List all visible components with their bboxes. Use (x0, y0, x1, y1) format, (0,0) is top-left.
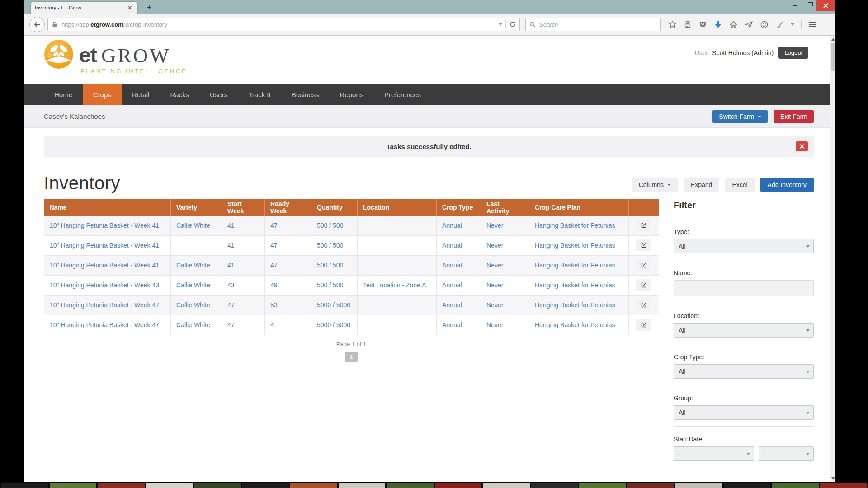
cell-link-variety[interactable]: Callie White (176, 321, 216, 328)
cell-link-crop-type[interactable]: Annual (442, 301, 475, 309)
toolbar-caret-icon[interactable] (791, 23, 794, 26)
search-box[interactable]: Search (525, 18, 661, 31)
start-date-filter-select-1[interactable]: - (674, 446, 754, 461)
scrollbar-thumb[interactable] (831, 43, 835, 71)
close-button[interactable] (816, 0, 835, 11)
alert-close-button[interactable] (796, 141, 808, 151)
new-tab-button[interactable] (142, 2, 156, 13)
cell-link-start-week[interactable]: 41 (227, 222, 259, 229)
scroll-up-icon[interactable] (831, 38, 835, 41)
chat-smiley-icon[interactable] (760, 20, 769, 29)
url-bar[interactable]: https://app.etgrow.com/3/crop-inventory (47, 18, 520, 31)
expand-button[interactable]: Expand (684, 178, 719, 192)
restore-button[interactable] (802, 0, 816, 11)
cell-link-name[interactable]: 10" Hanging Petunia Basket - Week 41 (50, 242, 165, 249)
bookmark-star-icon[interactable] (668, 20, 677, 29)
edit-row-button[interactable] (636, 239, 651, 251)
brush-icon[interactable] (775, 20, 784, 29)
cell-link-start-week[interactable]: 41 (227, 262, 259, 269)
columns-button[interactable]: Columns (632, 178, 678, 192)
cell-link-start-week[interactable]: 43 (227, 282, 259, 289)
video-timeline[interactable] (0, 482, 868, 488)
cell-link-quantity[interactable]: 500 / 500 (317, 222, 352, 229)
name-filter-input[interactable] (674, 280, 814, 296)
cell-link-quantity[interactable]: 5000 / 5000 (317, 321, 352, 328)
cell-link-name[interactable]: 10" Hanging Petunia Basket - Week 41 (50, 222, 165, 229)
column-header-start-week[interactable]: Start Week (222, 199, 265, 216)
group-filter-select[interactable]: All (674, 405, 814, 420)
minimize-button[interactable] (788, 0, 802, 11)
nav-item-racks[interactable]: Racks (160, 84, 199, 105)
nav-item-home[interactable]: Home (44, 84, 83, 105)
cell-link-variety[interactable]: Callie White (176, 282, 216, 289)
cell-link-ready-week[interactable]: 47 (270, 262, 306, 269)
edit-row-button[interactable] (636, 319, 651, 331)
nav-item-preferences[interactable]: Preferences (374, 84, 431, 105)
cell-link-start-week[interactable]: 47 (227, 301, 259, 309)
cell-link-crop-type[interactable]: Annual (442, 242, 475, 249)
logout-button[interactable]: Logout (778, 47, 808, 59)
home-icon[interactable] (729, 20, 738, 29)
send-plane-icon[interactable] (745, 20, 753, 29)
scroll-down-icon[interactable] (831, 477, 835, 480)
cell-link-name[interactable]: 10" Hanging Petunia Basket - Week 47 (50, 321, 165, 328)
column-header-ready-week[interactable]: Ready Week (265, 199, 311, 216)
nav-item-track-it[interactable]: Track It (238, 84, 281, 105)
excel-button[interactable]: Excel (725, 178, 755, 192)
cell-link-crop-care-plan[interactable]: Hanging Basket for Petunias (535, 242, 623, 249)
cell-link-crop-type[interactable]: Annual (442, 222, 475, 229)
edit-row-button[interactable] (636, 299, 651, 311)
browser-tab[interactable]: Inventory - ET Grow (30, 1, 138, 14)
cell-link-ready-week[interactable]: 49 (270, 282, 306, 289)
exit-farm-button[interactable]: Exit Farm (774, 110, 814, 123)
clipboard-icon[interactable] (684, 20, 692, 28)
edit-row-button[interactable] (636, 259, 651, 271)
cell-link-crop-care-plan[interactable]: Hanging Basket for Petunias (535, 222, 623, 229)
tab-close-icon[interactable] (126, 4, 133, 11)
nav-item-retail[interactable]: Retail (122, 84, 160, 105)
cell-link-crop-type[interactable]: Annual (442, 262, 475, 269)
edit-row-button[interactable] (636, 220, 651, 231)
column-header-variety[interactable]: Variety (171, 199, 222, 216)
vertical-scrollbar[interactable] (830, 36, 835, 482)
column-header-quantity[interactable]: Quantity (311, 199, 358, 216)
location-filter-select[interactable]: All (674, 323, 814, 338)
cell-link-start-week[interactable]: 41 (227, 242, 259, 249)
cell-link-start-week[interactable]: 47 (227, 321, 259, 328)
menu-hamburger-icon[interactable] (808, 20, 817, 28)
cell-link-ready-week[interactable]: 4 (270, 321, 306, 328)
lock-icon[interactable] (51, 21, 58, 28)
cell-link-location[interactable]: Test Location - Zone A (363, 282, 431, 289)
cell-link-ready-week[interactable]: 53 (270, 301, 306, 309)
nav-item-business[interactable]: Business (281, 84, 330, 105)
nav-item-reports[interactable]: Reports (330, 84, 374, 105)
cell-link-crop-type[interactable]: Annual (442, 321, 475, 328)
cell-link-crop-care-plan[interactable]: Hanging Basket for Petunias (535, 282, 623, 289)
type-filter-select[interactable]: All (674, 239, 814, 253)
back-button[interactable] (29, 17, 45, 32)
cell-link-crop-care-plan[interactable]: Hanging Basket for Petunias (535, 321, 623, 328)
cell-link-last-activity[interactable]: Never (486, 262, 524, 269)
page-1-button[interactable]: 1 (345, 352, 358, 362)
cell-link-ready-week[interactable]: 47 (270, 242, 306, 249)
add-inventory-button[interactable]: Add Inventory (760, 178, 814, 192)
cell-link-last-activity[interactable]: Never (486, 321, 524, 328)
cell-link-name[interactable]: 10" Hanging Petunia Basket - Week 43 (50, 282, 165, 289)
start-date-filter-select-2[interactable]: - (759, 446, 814, 461)
download-icon[interactable] (714, 20, 722, 29)
reload-icon[interactable] (509, 21, 516, 28)
nav-item-users[interactable]: Users (199, 84, 238, 105)
cell-link-quantity[interactable]: 500 / 500 (317, 262, 352, 269)
cell-link-ready-week[interactable]: 47 (270, 222, 306, 229)
cell-link-crop-type[interactable]: Annual (442, 282, 475, 289)
cell-link-quantity[interactable]: 500 / 500 (317, 242, 352, 249)
url-dropdown-icon[interactable] (499, 23, 502, 26)
edit-row-button[interactable] (636, 279, 651, 291)
cell-link-quantity[interactable]: 500 / 500 (317, 282, 352, 289)
cell-link-last-activity[interactable]: Never (486, 222, 524, 229)
column-header-name[interactable]: Name (44, 199, 171, 216)
nav-item-crops[interactable]: Crops (83, 84, 122, 105)
cell-link-variety[interactable]: Callie White (176, 262, 216, 269)
cell-link-crop-care-plan[interactable]: Hanging Basket for Petunias (535, 262, 623, 269)
cell-link-name[interactable]: 10" Hanging Petunia Basket - Week 47 (50, 301, 165, 309)
